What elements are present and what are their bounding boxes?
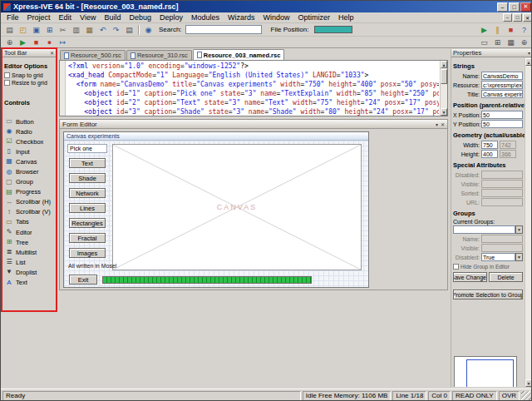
- control-progress[interactable]: ▤Progress: [2, 187, 56, 197]
- resource-field[interactable]: c:\xpressmp\ex: [481, 81, 523, 89]
- group-disabled-field[interactable]: True: [481, 253, 515, 261]
- panel-close-icon[interactable]: ✕: [50, 50, 54, 56]
- menu-item-edit[interactable]: Edit: [55, 13, 76, 22]
- scroll-thumb[interactable]: [441, 69, 447, 84]
- pause-icon[interactable]: ∥: [491, 24, 504, 35]
- form-button-shade[interactable]: Shade: [69, 173, 106, 183]
- control-scrollbar-h[interactable]: ↔Scrollbar (H): [2, 197, 56, 207]
- stop-run-icon[interactable]: ■: [30, 37, 42, 47]
- chevron-down-icon[interactable]: ▼: [515, 225, 523, 234]
- control-browser[interactable]: ◍Browser: [2, 166, 56, 176]
- control-droplist[interactable]: ▼Droplist: [2, 267, 56, 277]
- checkbox-icon[interactable]: [4, 72, 10, 78]
- tab-resource_003_named.rsc[interactable]: Resource_003_named.rsc: [193, 49, 285, 60]
- menu-item-optimizer[interactable]: Optimizer: [294, 13, 335, 22]
- hide-group-row[interactable]: Hide Group in Editor: [453, 264, 523, 270]
- form-button-exit[interactable]: Exit: [69, 275, 97, 285]
- save-changes-button[interactable]: Save Changes: [453, 272, 487, 282]
- current-groups-dropdown[interactable]: ▼: [453, 225, 523, 234]
- cascade-icon[interactable]: ▭: [478, 37, 490, 47]
- width-actual-field[interactable]: 750: [481, 141, 498, 149]
- control-checkbox[interactable]: ☑Checkbox: [2, 136, 56, 146]
- control-radio[interactable]: ◉Radio: [2, 126, 56, 136]
- form-button-images[interactable]: Images: [69, 248, 106, 258]
- compile-icon[interactable]: ⊕: [3, 37, 16, 47]
- tab-resource_310.rsc[interactable]: Resource_310.rsc: [126, 50, 192, 60]
- menu-item-view[interactable]: View: [76, 13, 100, 22]
- menu-item-help[interactable]: Help: [334, 13, 358, 22]
- pin-icon[interactable]: ⊕: [518, 37, 530, 47]
- menu-item-project[interactable]: Project: [23, 13, 55, 22]
- search-input[interactable]: [185, 25, 262, 34]
- paste-icon[interactable]: ▦: [83, 24, 96, 35]
- control-input[interactable]: ▯Input: [2, 146, 56, 156]
- maximize-icon[interactable]: [509, 2, 520, 12]
- properties-scroll-up-icon[interactable]: ▲: [525, 58, 532, 66]
- control-tabs[interactable]: ▭Tabs: [2, 217, 56, 227]
- menu-item-wizards[interactable]: Wizards: [224, 13, 259, 22]
- menu-item-debug[interactable]: Debug: [125, 13, 155, 22]
- copy-icon[interactable]: ▥: [70, 24, 82, 35]
- form-button-lines[interactable]: Lines: [69, 203, 106, 213]
- undo-icon[interactable]: ↶: [96, 24, 109, 35]
- option-snap-to-grid[interactable]: Snap to grid: [4, 72, 54, 78]
- disabled-chevron-down-icon[interactable]: ▼: [515, 253, 523, 261]
- run-model-icon[interactable]: ▶: [17, 37, 29, 47]
- scroll-down-icon[interactable]: ▼: [441, 108, 447, 116]
- step-icon[interactable]: ↦: [57, 37, 69, 47]
- mdi-close-icon[interactable]: ✕: [523, 13, 532, 22]
- code-scrollbar[interactable]: ▲ ▼: [440, 61, 447, 116]
- tab-resource_500.rsc[interactable]: Resource_500.rsc: [60, 50, 126, 60]
- save-icon[interactable]: ▣: [30, 24, 42, 35]
- form-canvas[interactable]: CANVAS: [112, 144, 362, 270]
- close-icon[interactable]: [520, 2, 531, 12]
- properties-menu-icon[interactable]: ▾: [528, 50, 530, 56]
- menu-item-window[interactable]: Window: [259, 13, 294, 22]
- properties-scroll-down-icon[interactable]: ▼: [525, 379, 532, 387]
- menu-item-build[interactable]: Build: [100, 13, 125, 22]
- control-editor[interactable]: ✎Editor: [2, 227, 56, 237]
- control-text[interactable]: AText: [2, 278, 56, 288]
- code-editor[interactable]: <?xml version="1.0" encoding="windows-12…: [59, 60, 448, 116]
- form-preview-body[interactable]: Pick one TextShadeNetworkLinesRectangles…: [64, 141, 368, 287]
- control-button[interactable]: ▭Button: [2, 116, 56, 126]
- mdi-minimize-icon[interactable]: –: [503, 13, 512, 22]
- properties-scrollbar[interactable]: ▲ ▼: [525, 58, 532, 387]
- save-all-icon[interactable]: ⊞: [43, 24, 56, 35]
- title-field[interactable]: Canvas experim: [481, 90, 523, 98]
- form-group-label[interactable]: Pick one: [67, 144, 107, 153]
- minimize-icon[interactable]: [497, 2, 508, 12]
- cut-icon[interactable]: ✂: [57, 24, 69, 35]
- checkbox-icon[interactable]: [4, 80, 10, 86]
- control-list[interactable]: ☰List: [2, 257, 56, 267]
- new-file-icon[interactable]: ▤: [3, 24, 16, 35]
- current-groups-field[interactable]: [453, 225, 515, 234]
- resize-grip-icon[interactable]: [521, 391, 531, 401]
- promote-selection-button[interactable]: Promote Selection to Group: [453, 290, 523, 300]
- height-actual-field[interactable]: 400: [481, 150, 498, 158]
- hide-group-checkbox-icon[interactable]: [453, 264, 459, 270]
- stop-icon[interactable]: ■: [505, 24, 517, 35]
- x-position-field[interactable]: 50: [481, 111, 523, 119]
- scroll-up-icon[interactable]: ▲: [441, 61, 447, 68]
- form-button-text[interactable]: Text: [69, 158, 106, 168]
- help-icon[interactable]: ?: [518, 24, 530, 35]
- delete-button[interactable]: Delete: [489, 272, 523, 282]
- form-button-fractal[interactable]: Fractal: [69, 233, 106, 243]
- form-editor-close-icon[interactable]: ✕: [441, 121, 445, 127]
- menu-item-file[interactable]: File: [2, 13, 23, 22]
- option-resize-to-grid[interactable]: Resize to grid: [4, 80, 54, 86]
- form-button-network[interactable]: Network: [69, 188, 106, 198]
- mdi-restore-icon[interactable]: □: [513, 13, 522, 22]
- tile-icon[interactable]: ⊞: [491, 37, 504, 47]
- control-group[interactable]: ▢Group: [2, 177, 56, 187]
- control-canvas[interactable]: ▦Canvas: [2, 156, 56, 166]
- control-multilist[interactable]: ≣Multilist: [2, 247, 56, 257]
- menu-item-modules[interactable]: Modules: [187, 13, 224, 22]
- build-run-icon[interactable]: ▶: [478, 24, 490, 35]
- redo-icon[interactable]: ↷: [110, 24, 122, 35]
- open-file-icon[interactable]: ◰: [17, 24, 29, 35]
- y-position-field[interactable]: 50: [481, 120, 523, 128]
- layout-icon[interactable]: ▦: [505, 37, 517, 47]
- form-editor-menu-icon[interactable]: ▾: [436, 121, 438, 127]
